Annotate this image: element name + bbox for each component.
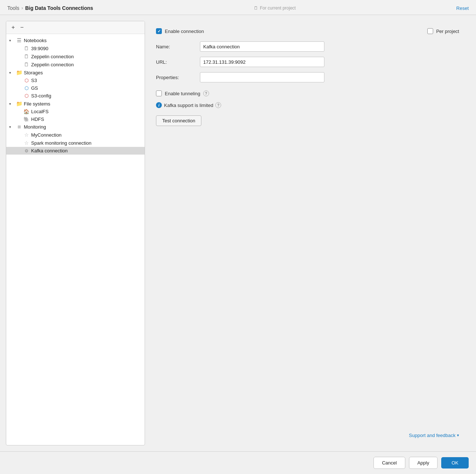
url-label: URL: (156, 59, 200, 65)
url-input[interactable] (200, 57, 324, 67)
tree-item-hdfs[interactable]: 🐘 HDFS (6, 115, 145, 123)
properties-input[interactable] (200, 72, 324, 82)
chevron-down-icon: ▾ (9, 71, 14, 75)
chevron-down-icon: ▾ (9, 102, 14, 106)
hdfs-icon: 🐘 (23, 116, 30, 122)
tree-item-spark[interactable]: ☆ Spark monitoring connection (6, 139, 145, 147)
gs-icon: ⬡ (23, 85, 30, 91)
tree-item-s3[interactable]: ⬡ S3 (6, 77, 145, 84)
s3config-label: S3-config (31, 93, 51, 99)
enable-left: Enable connection (156, 28, 204, 34)
chevron-down-icon: ▾ (9, 38, 14, 42)
tree-item-localfs[interactable]: 🏠 LocalFS (6, 108, 145, 115)
filesystem-folder-icon: 📁 (16, 101, 22, 107)
kafka-info-row: i Kafka support is limited ? (156, 102, 459, 108)
zeppelin-1-label: Zeppelin connection (31, 54, 74, 59)
dropdown-arrow-icon: ▾ (457, 433, 459, 438)
item-39-9090-label: 39:9090 (31, 46, 48, 51)
folder-icon: 📁 (16, 70, 22, 75)
enable-connection-label: Enable connection (165, 29, 204, 34)
tree-item-storages[interactable]: ▾ 📁 Storages (6, 68, 145, 77)
per-project-label: Per project (436, 29, 459, 34)
zeppelin-2-label: Zeppelin connection (31, 62, 74, 67)
project-icon: 🗒 (254, 5, 258, 11)
toolbar: + − (6, 21, 145, 34)
name-input[interactable] (200, 41, 324, 52)
title-bar-left: Tools › Big Data Tools Connections (7, 5, 93, 11)
storages-label: Storages (24, 70, 43, 75)
tree-item-myconnection[interactable]: ☆ MyConnection (6, 131, 145, 139)
reset-button[interactable]: Reset (456, 5, 469, 11)
myconnection-label: MyConnection (31, 132, 62, 138)
monitoring-icon: ⊞ (16, 125, 22, 129)
connection-tree: ▾ ☰ Notebooks 🗒 39:9090 🗒 Zeppelin conne… (6, 34, 145, 445)
enable-tunneling-checkbox[interactable] (156, 90, 162, 96)
enable-row: Enable connection Per project (156, 28, 459, 34)
tunneling-row: Enable tunneling ? (156, 90, 459, 96)
tunneling-help-icon[interactable]: ? (203, 90, 209, 96)
spark-label: Spark monitoring connection (31, 140, 92, 146)
localfs-label: LocalFS (31, 109, 49, 114)
tree-item-zeppelin-1[interactable]: 🗒 Zeppelin connection (6, 52, 145, 60)
per-project-right: Per project (427, 28, 459, 34)
notebooks-label: Notebooks (24, 38, 47, 43)
name-label: Name: (156, 44, 200, 49)
tree-item-kafka[interactable]: ⚙ Kafka connection (6, 147, 145, 155)
remove-button[interactable]: − (18, 23, 26, 32)
page-title: Big Data Tools Connections (25, 5, 93, 11)
test-connection-button[interactable]: Test connection (156, 115, 201, 126)
title-bar: Tools › Big Data Tools Connections 🗒 For… (0, 0, 476, 15)
bottom-bar: Cancel Apply OK (0, 451, 476, 474)
test-connection-area: Test connection (156, 115, 459, 126)
hdfs-label: HDFS (31, 116, 44, 122)
gs-label: GS (31, 85, 38, 91)
apply-button[interactable]: Apply (409, 457, 438, 469)
list-icon: ☰ (16, 37, 22, 43)
tree-item-gs[interactable]: ⬡ GS (6, 84, 145, 92)
s3-icon: ⬡ (23, 78, 30, 83)
enable-tunneling-label: Enable tunneling (165, 91, 200, 96)
localfs-icon: 🏠 (23, 109, 30, 114)
right-panel: Enable connection Per project Name: URL:… (145, 21, 470, 445)
chevron-down-icon: ▾ (9, 125, 14, 129)
info-icon: i (156, 102, 162, 108)
cancel-button[interactable]: Cancel (373, 457, 405, 469)
tree-item-notebooks[interactable]: ▾ ☰ Notebooks (6, 36, 145, 44)
main-content: + − ▾ ☰ Notebooks 🗒 39:9090 🗒 Zeppelin c… (0, 15, 476, 451)
enable-connection-checkbox[interactable] (156, 28, 162, 34)
per-project-checkbox[interactable] (427, 28, 433, 34)
notebook-icon: 🗒 (23, 53, 30, 59)
tools-link[interactable]: Tools (7, 5, 19, 11)
ok-button[interactable]: OK (441, 457, 469, 469)
s3-label: S3 (31, 78, 37, 83)
tree-item-39-9090[interactable]: 🗒 39:9090 (6, 44, 145, 52)
tree-item-monitoring[interactable]: ▾ ⊞ Monitoring (6, 123, 145, 131)
kafka-info-text: Kafka support is limited (164, 103, 213, 108)
s3config-icon: ⬡ (23, 93, 30, 99)
filesystems-label: File systems (24, 101, 50, 107)
monitoring-label: Monitoring (24, 124, 46, 130)
properties-label: Properties: (156, 75, 200, 80)
url-row: URL: (156, 57, 459, 67)
kafka-help-icon[interactable]: ? (215, 102, 221, 108)
tree-item-filesystems[interactable]: ▾ 📁 File systems (6, 100, 145, 108)
left-panel: + − ▾ ☰ Notebooks 🗒 39:9090 🗒 Zeppelin c… (6, 21, 145, 445)
tree-item-s3config[interactable]: ⬡ S3-config (6, 92, 145, 100)
breadcrumb-chevron: › (22, 5, 23, 11)
kafka-label: Kafka connection (31, 148, 68, 153)
notebook-icon: 🗒 (23, 45, 30, 51)
support-feedback-button[interactable]: Support and feedback ▾ (409, 433, 459, 438)
star-icon: ☆ (23, 132, 30, 138)
spark-star-icon: ☆ (23, 140, 30, 146)
name-row: Name: (156, 41, 459, 52)
for-current-project: 🗒 For current project (254, 5, 296, 11)
notebook-icon2: 🗒 (23, 62, 30, 67)
properties-row: Properties: (156, 72, 459, 82)
add-button[interactable]: + (9, 23, 17, 32)
kafka-icon: ⚙ (23, 148, 30, 153)
tree-item-zeppelin-2[interactable]: 🗒 Zeppelin connection (6, 60, 145, 68)
